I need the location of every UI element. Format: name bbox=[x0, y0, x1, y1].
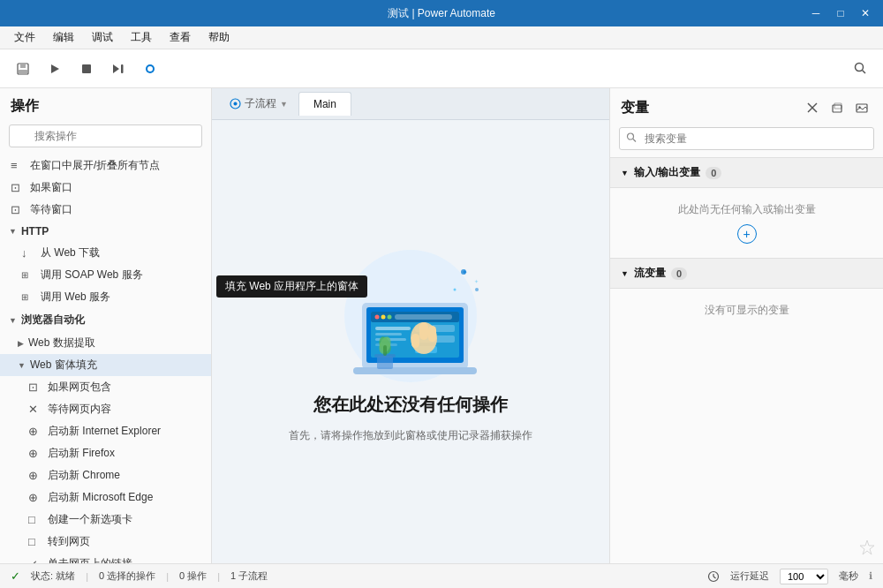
window-controls: ─ □ ✕ bbox=[805, 3, 876, 24]
wait-page-icon: ✕ bbox=[28, 403, 42, 416]
subflow-label: 子流程 bbox=[245, 96, 276, 111]
edge-icon: ⊕ bbox=[28, 491, 42, 504]
menu-file[interactable]: 文件 bbox=[7, 27, 42, 48]
flow-variables-section: ▼ 流变量 0 没有可显示的变量 bbox=[610, 258, 883, 332]
svg-marker-3 bbox=[51, 64, 59, 73]
delay-info-icon[interactable]: ℹ bbox=[869, 570, 872, 582]
svg-rect-50 bbox=[857, 104, 867, 112]
svg-text:✦: ✦ bbox=[462, 268, 468, 276]
save-button[interactable] bbox=[11, 57, 35, 81]
svg-line-57 bbox=[713, 577, 716, 578]
record-button[interactable] bbox=[138, 57, 162, 81]
download-icon: ↓ bbox=[21, 246, 35, 260]
action-download-web[interactable]: ↓ 从 Web 下载 bbox=[0, 242, 211, 264]
close-variables-button[interactable] bbox=[802, 97, 823, 118]
center-pane: 子流程 ▼ Main bbox=[212, 88, 609, 563]
run-icon bbox=[49, 63, 61, 75]
action-soap-web[interactable]: ⊞ 调用 SOAP Web 服务 bbox=[0, 264, 211, 286]
title-bar: 测试 | Power Automate ─ □ ✕ bbox=[0, 0, 883, 26]
data-chevron: ▶ bbox=[18, 339, 24, 348]
toolbar-search-icon bbox=[854, 62, 867, 75]
variables-expand-button[interactable] bbox=[826, 97, 848, 118]
delay-value-select[interactable]: 100 200 500 1000 bbox=[780, 569, 828, 584]
action-launch-firefox[interactable]: ⊕ 启动新 Firefox bbox=[0, 442, 211, 464]
svg-rect-41 bbox=[377, 356, 393, 369]
menu-edit[interactable]: 编辑 bbox=[46, 27, 81, 48]
minimize-button[interactable]: ─ bbox=[805, 3, 826, 24]
maximize-button[interactable]: □ bbox=[830, 3, 851, 24]
group-http[interactable]: ▼ HTTP bbox=[0, 221, 211, 242]
actions-list: ≡ 在窗口中展开/折叠所有节点 ⊡ 如果窗口 ⊡ 等待窗口 ▼ HTTP ↓ 从… bbox=[0, 155, 211, 563]
svg-point-52 bbox=[628, 133, 634, 139]
actions-title: 操作 bbox=[0, 88, 211, 121]
io-add-button[interactable]: + bbox=[737, 224, 757, 244]
flow-count-badge: 0 bbox=[671, 268, 687, 280]
step-button[interactable] bbox=[106, 57, 131, 81]
svg-point-21 bbox=[381, 314, 386, 319]
svg-point-37 bbox=[475, 288, 479, 291]
chrome-icon: ⊕ bbox=[28, 469, 42, 482]
variables-search-input[interactable] bbox=[619, 127, 874, 150]
io-count-badge: 0 bbox=[706, 167, 721, 179]
subflow-icon bbox=[230, 98, 241, 109]
action-new-tab[interactable]: □ 创建一个新选项卡 bbox=[0, 509, 211, 531]
stop-button[interactable] bbox=[74, 57, 99, 81]
close-button[interactable]: ✕ bbox=[855, 3, 876, 24]
actions-search-input[interactable] bbox=[9, 124, 202, 147]
stop-icon bbox=[80, 63, 93, 75]
action-if-page-contains[interactable]: ⊡ 如果网页包含 bbox=[0, 376, 211, 398]
image-icon bbox=[856, 102, 868, 114]
io-section-header[interactable]: ▼ 输入/输出变量 0 bbox=[610, 158, 883, 188]
action-if-window[interactable]: ⊡ 如果窗口 bbox=[0, 177, 211, 199]
flow-section-title: 流变量 bbox=[634, 266, 666, 281]
flow-section-header[interactable]: ▼ 流变量 0 bbox=[610, 259, 883, 289]
center-empty-state: ✦ ✦ 您在此处还没有任何操作 首先，请将操作拖放到此窗格或使用记录器捕获操作 bbox=[212, 120, 609, 563]
wait-window-icon: ⊡ bbox=[11, 203, 25, 216]
svg-rect-34 bbox=[428, 326, 436, 342]
new-tab-icon: □ bbox=[28, 513, 42, 526]
variables-panel: 变量 bbox=[609, 88, 883, 563]
sub-group-fill[interactable]: ▼ Web 窗体填充 bbox=[0, 354, 211, 376]
svg-marker-5 bbox=[113, 64, 119, 73]
group-browser[interactable]: ▼ 浏览器自动化 bbox=[0, 308, 211, 332]
menu-view[interactable]: 查看 bbox=[162, 27, 198, 48]
variables-header: 变量 bbox=[610, 88, 883, 124]
http-chevron: ▼ bbox=[9, 227, 17, 236]
ie-icon: ⊕ bbox=[28, 425, 42, 438]
empty-title: 您在此处还没有任何操作 bbox=[313, 393, 508, 417]
selected-ops: 0 选择的操作 bbox=[99, 569, 155, 583]
tooltip: 填充 Web 应用程序上的窗体 bbox=[216, 275, 367, 298]
empty-illustration: ✦ ✦ bbox=[313, 241, 508, 382]
actions-search-wrap bbox=[0, 121, 211, 155]
menu-tools[interactable]: 工具 bbox=[124, 27, 159, 48]
tab-main[interactable]: Main bbox=[298, 92, 351, 116]
menu-debug[interactable]: 调试 bbox=[85, 27, 120, 48]
variables-image-button[interactable] bbox=[851, 97, 872, 118]
action-click-link[interactable]: ↙ 单击网页上的链接 bbox=[0, 553, 211, 563]
svg-rect-1 bbox=[20, 64, 26, 68]
menu-bar: 文件 编辑 调试 工具 查看 帮助 bbox=[0, 26, 883, 49]
io-section-title: 输入/输出变量 bbox=[634, 165, 700, 180]
action-launch-chrome[interactable]: ⊕ 启动新 Chrome bbox=[0, 464, 211, 486]
action-expand-collapse[interactable]: ≡ 在窗口中展开/折叠所有节点 bbox=[0, 155, 211, 177]
action-wait-window[interactable]: ⊡ 等待窗口 bbox=[0, 199, 211, 221]
sub-group-data[interactable]: ▶ Web 数据提取 bbox=[0, 332, 211, 354]
close-icon bbox=[806, 102, 819, 114]
action-call-web[interactable]: ⊞ 调用 Web 服务 bbox=[0, 286, 211, 308]
svg-point-22 bbox=[388, 314, 392, 319]
action-launch-edge[interactable]: ⊕ 启动新 Microsoft Edge bbox=[0, 486, 211, 509]
tab-subflow[interactable]: 子流程 ▼ bbox=[219, 91, 298, 117]
action-wait-page[interactable]: ✕ 等待网页内容 bbox=[0, 398, 211, 420]
toolbar bbox=[0, 49, 883, 88]
flow-section-content: 没有可显示的变量 bbox=[610, 289, 883, 332]
svg-rect-25 bbox=[375, 333, 402, 335]
svg-rect-49 bbox=[834, 103, 841, 109]
menu-help[interactable]: 帮助 bbox=[201, 27, 237, 48]
run-button[interactable] bbox=[42, 57, 67, 81]
search-button[interactable] bbox=[848, 57, 872, 81]
variables-title: 变量 bbox=[621, 99, 649, 117]
action-go-to-page[interactable]: □ 转到网页 bbox=[0, 531, 211, 553]
svg-rect-23 bbox=[395, 314, 452, 320]
action-launch-ie[interactable]: ⊕ 启动新 Internet Explorer bbox=[0, 420, 211, 442]
status-bar: ✓ 状态: 就绪 | 0 选择的操作 | 0 操作 | 1 子流程 运行延迟 1… bbox=[0, 563, 883, 588]
